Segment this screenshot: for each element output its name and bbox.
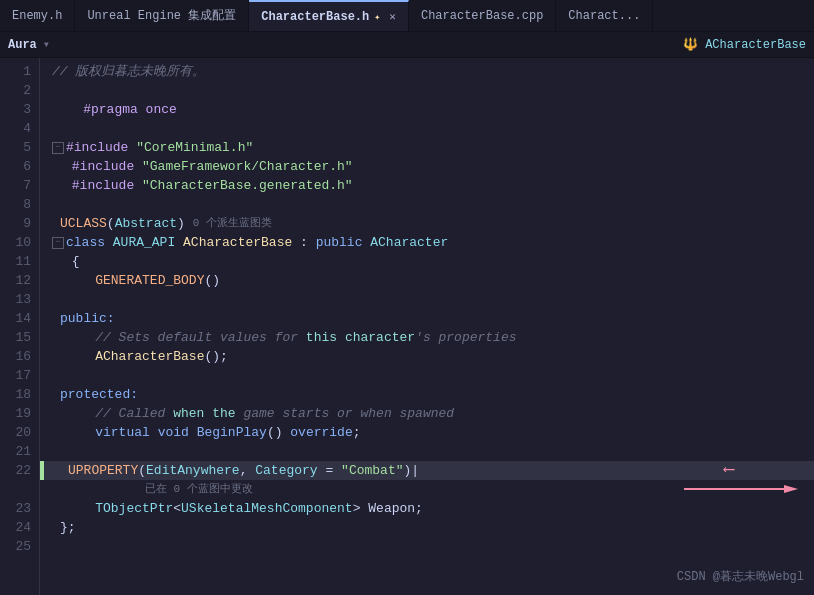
uclass-macro: UCLASS <box>60 214 107 233</box>
include-7: #include <box>64 176 142 195</box>
code-line-2 <box>40 81 814 100</box>
tab-characterbase-cpp[interactable]: CharacterBase.cpp <box>409 0 556 31</box>
tab-label: Enemy.h <box>12 9 62 23</box>
tab-bar: Enemy.h Unreal Engine 集成配置 CharacterBase… <box>0 0 814 32</box>
code-line-4 <box>40 119 814 138</box>
code-line-25 <box>40 537 814 556</box>
code-line-7: #include "CharacterBase.generated.h" <box>40 176 814 195</box>
tab-label: Charact... <box>568 9 640 23</box>
string-7: "CharacterBase.generated.h" <box>142 176 353 195</box>
code-line-11: { <box>40 252 814 271</box>
tab-characterbase-h[interactable]: CharacterBase.h ✦ ✕ <box>249 0 409 31</box>
constructor-name: ACharacterBase <box>95 347 204 366</box>
code-line-1: // 版权归暮志未晚所有。 <box>40 62 814 81</box>
code-line-12: GENERATED_BODY() <box>40 271 814 290</box>
public-keyword: public: <box>60 309 115 328</box>
comment-19: // Called when the game starts or when s… <box>64 404 454 423</box>
editor-body: 1 2 3 4 5 6 7 8 9 10 11 12 13 14 15 16 1… <box>0 58 814 595</box>
code-line-20: virtual void BeginPlay() override; <box>40 423 814 442</box>
code-line-13 <box>40 290 814 309</box>
include-6: #include <box>64 157 142 176</box>
code-line-19: // Called when the game starts or when s… <box>40 404 814 423</box>
tab-enemy-h[interactable]: Enemy.h <box>0 0 75 31</box>
breadcrumb-bar: Aura ▾ 🔱 ACharacterBase <box>0 32 814 58</box>
code-line-9: UCLASS(Abstract) 0 个派生蓝图类 <box>40 214 814 233</box>
code-line-24: }; <box>40 518 814 537</box>
tab-close-button[interactable]: ✕ <box>389 10 396 23</box>
tab-modified-icon: ✦ <box>374 11 380 23</box>
protected-keyword: protected: <box>60 385 138 404</box>
include-5: #include <box>66 138 136 157</box>
editor-container: Enemy.h Unreal Engine 集成配置 CharacterBase… <box>0 0 814 595</box>
code-line-16: ACharacterBase(); <box>40 347 814 366</box>
code-line-10: −class AURA_API ACharacterBase : public … <box>40 233 814 252</box>
tab-label: CharacterBase.h <box>261 10 369 24</box>
code-line-17 <box>40 366 814 385</box>
code-area[interactable]: // 版权归暮志未晚所有。 #pragma once −#include "Co… <box>40 58 814 595</box>
line-numbers: 1 2 3 4 5 6 7 8 9 10 11 12 13 14 15 16 1… <box>0 58 40 595</box>
comment-15: // Sets default values for this characte… <box>64 328 517 347</box>
tab-label: CharacterBase.cpp <box>421 9 543 23</box>
gutter-indicator-22 <box>40 461 44 480</box>
code-line-3: #pragma once <box>40 100 814 119</box>
tab-charact[interactable]: Charact... <box>556 0 653 31</box>
code-line-5: −#include "CoreMinimal.h" <box>40 138 814 157</box>
code-line-6: #include "GameFramework/Character.h" <box>40 157 814 176</box>
breadcrumb-class[interactable]: 🔱 ACharacterBase <box>683 37 806 52</box>
fold-marker-5[interactable]: − <box>52 142 64 154</box>
comment-copyright: // 版权归暮志未晚所有。 <box>52 62 205 81</box>
generated-body: GENERATED_BODY <box>95 271 204 290</box>
tab-label: Unreal Engine 集成配置 <box>87 7 236 24</box>
tab-ue-config[interactable]: Unreal Engine 集成配置 <box>75 0 249 31</box>
code-line-23: TObjectPtr<USkeletalMeshComponent> Weapo… <box>40 499 814 518</box>
pragma-keyword: #pragma once <box>52 100 177 119</box>
watermark: CSDN @暮志未晚Webgl <box>677 568 804 587</box>
code-line-15: // Sets default values for this characte… <box>40 328 814 347</box>
code-line-18: protected: <box>40 385 814 404</box>
code-line-22-annotation: 已在 0 个蓝图中更改 <box>40 480 814 499</box>
string-5: "CoreMinimal.h" <box>136 138 253 157</box>
breadcrumb-separator: ▾ <box>43 37 50 52</box>
string-6: "GameFramework/Character.h" <box>142 157 353 176</box>
fold-marker-10[interactable]: − <box>52 237 64 249</box>
uclass-annotation: 0 个派生蓝图类 <box>193 214 272 233</box>
code-line-14: public: <box>40 309 814 328</box>
breadcrumb-project[interactable]: Aura <box>8 38 37 52</box>
code-line-21 <box>40 442 814 461</box>
code-line-8 <box>40 195 814 214</box>
